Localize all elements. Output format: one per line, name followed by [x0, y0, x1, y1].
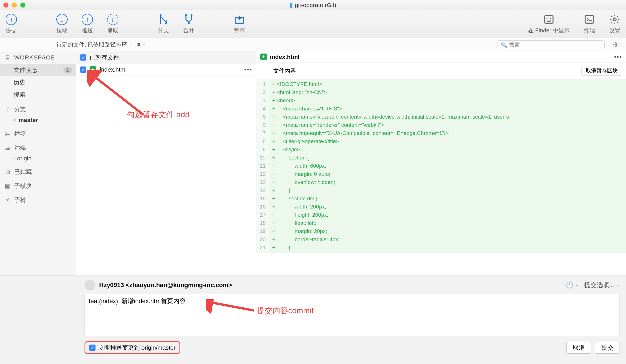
file-status-badge: 1: [63, 67, 72, 73]
stash-icon: [234, 14, 245, 25]
stashes-section-header[interactable]: ⧉ 已贮藏: [0, 163, 76, 177]
sidebar-item-history[interactable]: 历史: [0, 76, 76, 88]
author-name: Hzy0913 <zhaoyun.han@kongming-inc.com>: [99, 281, 232, 289]
staged-files-header[interactable]: ✓ 已暂存文件: [76, 51, 256, 64]
pull-button[interactable]: ↓ 拉取: [56, 14, 68, 34]
folder-icon: ▮: [290, 2, 293, 8]
svg-point-1: [165, 22, 167, 24]
terminal-label: 终端: [584, 27, 595, 34]
file-status-label: 文件状态: [14, 66, 37, 74]
sidebar-item-file-status[interactable]: 文件状态 1: [0, 64, 76, 76]
close-window-icon[interactable]: [3, 3, 8, 8]
current-branch-icon: [14, 119, 16, 121]
push-checkbox[interactable]: ✓: [89, 345, 96, 351]
master-label: master: [19, 117, 38, 123]
workspace-label: WORKSPACE: [14, 54, 55, 61]
fetch-icon: ↓: [107, 14, 118, 25]
plus-circle-icon: ＋: [6, 14, 17, 25]
main-toolbar: ＋ 提交 ↓ 拉取 ↑ 推送 ↓ 抓取 分支 合并 暂存 在 Finder 中显…: [0, 10, 626, 38]
search-label: 搜索: [14, 91, 25, 99]
commit-label: 提交: [6, 27, 17, 34]
push-button[interactable]: ↑ 推送: [82, 14, 93, 34]
show-in-finder-button[interactable]: 在 Finder 中显示: [528, 14, 570, 34]
branch-button[interactable]: 分支: [158, 14, 169, 34]
merge-icon: [183, 14, 194, 25]
diff-file-header: + index.html •••: [256, 51, 626, 63]
commit-button[interactable]: ＋ 提交: [6, 14, 17, 34]
diff-panel: + index.html ••• 文件内容 取消暂存区块 12345678910…: [256, 51, 626, 276]
origin-label: origin: [17, 155, 32, 162]
filter-settings-button[interactable]: ⚙︎﹀: [612, 41, 622, 48]
arrow-icon: [206, 299, 257, 316]
avatar: [85, 280, 95, 290]
monitor-icon: 🖥: [4, 54, 11, 61]
cloud-icon: ☁: [4, 144, 11, 151]
subtree-icon: ⚘: [4, 197, 11, 203]
branches-section-header[interactable]: ᛉ 分支: [0, 101, 76, 115]
submodules-section-header[interactable]: ▣ 子模块: [0, 177, 76, 192]
commit-hint-text: 提交内容commit: [257, 305, 314, 316]
push-immediately-option[interactable]: ✓ 立即推送变更到 origin/master: [85, 341, 180, 354]
commit-message-input[interactable]: feat(index): 新增index.htm首页内容 提交内容commit: [85, 294, 620, 336]
svg-point-8: [613, 18, 616, 21]
traffic-lights[interactable]: [3, 3, 25, 8]
search-input[interactable]: 🔍 搜索: [498, 40, 605, 49]
push-now-label: 立即推送变更到 origin/master: [98, 344, 176, 352]
diff-hunk-header: 文件内容 取消暂存区块: [256, 63, 626, 79]
maximize-window-icon[interactable]: [20, 3, 25, 8]
sidebar-remote-origin[interactable]: › origin: [0, 153, 76, 163]
stash-label: 暂存: [234, 27, 245, 34]
stage-all-checkbox[interactable]: ✓: [80, 54, 86, 61]
fetch-button[interactable]: ↓ 抓取: [107, 14, 118, 34]
merge-button[interactable]: 合并: [183, 14, 194, 34]
submodule-icon: ▣: [4, 183, 11, 189]
history-icon[interactable]: 🕘 ﹀: [566, 281, 579, 289]
search-placeholder: 搜索: [509, 41, 520, 48]
staged-header-label: 已暂存文件: [90, 54, 119, 61]
branch-label: 分支: [158, 27, 169, 34]
svg-rect-7: [585, 16, 594, 23]
workspace-section-header[interactable]: 🖥 WORKSPACE: [0, 51, 76, 64]
arrow-down-circle-icon: ↓: [56, 14, 68, 25]
svg-point-2: [185, 14, 187, 16]
sidebar-branch-master[interactable]: master: [0, 115, 76, 125]
file-checkbox[interactable]: ✓: [80, 66, 86, 73]
settings-button[interactable]: 设置: [609, 14, 620, 34]
history-label: 历史: [14, 78, 25, 86]
sidebar-item-search[interactable]: 搜索: [0, 88, 76, 101]
diff-more-button[interactable]: •••: [614, 54, 622, 60]
svg-rect-6: [545, 16, 553, 23]
push-label: 推送: [82, 27, 93, 34]
pending-label: 待定的文件, 已依照路径排序: [56, 41, 127, 48]
remotes-label: 远端: [14, 144, 26, 152]
pending-files-dropdown[interactable]: 待定的文件, 已依照路径排序 ﹀: [56, 41, 133, 48]
minimize-window-icon[interactable]: [12, 3, 17, 8]
settings-label: 设置: [609, 27, 620, 34]
commit-options-dropdown[interactable]: 提交选项... ﹀: [584, 281, 620, 289]
merge-label: 合并: [183, 27, 194, 34]
list-icon: ≡: [137, 41, 141, 48]
stash-button[interactable]: 暂存: [234, 14, 245, 34]
diff-file-name: index.html: [270, 54, 299, 60]
cancel-button[interactable]: 取消: [566, 342, 591, 354]
view-mode-dropdown[interactable]: ≡ ﹀: [137, 41, 146, 48]
finder-label: 在 Finder 中显示: [528, 27, 570, 34]
annotation-add-hint: 勾选暂存文件 add: [76, 76, 256, 120]
commit-panel: Hzy0913 <zhaoyun.han@kongming-inc.com> 🕘…: [0, 276, 626, 364]
commit-options-label: 提交选项...: [584, 281, 614, 288]
remotes-section-header[interactable]: ☁ 远端: [0, 139, 76, 153]
sidebar: 🖥 WORKSPACE 文件状态 1 历史 搜索 ᛉ 分支 master 🏷 标…: [0, 51, 76, 276]
search-icon: 🔍: [501, 41, 507, 48]
branch-icon: [158, 14, 169, 25]
file-added-icon: +: [260, 54, 267, 60]
tags-section-header[interactable]: 🏷 标签: [0, 125, 76, 139]
svg-line-9: [93, 76, 144, 115]
terminal-button[interactable]: 终端: [584, 14, 595, 34]
commit-submit-button[interactable]: 提交: [595, 342, 620, 354]
unstage-hunk-button[interactable]: 取消暂存区块: [581, 66, 622, 76]
line-gutter: 123456789101112131415161718192021: [256, 79, 269, 253]
file-more-button[interactable]: •••: [244, 66, 252, 73]
diff-code-view[interactable]: 123456789101112131415161718192021 + <!DO…: [256, 79, 626, 253]
chevron-right-icon: ›: [14, 156, 15, 161]
subtrees-section-header[interactable]: ⚘ 子树: [0, 192, 76, 206]
